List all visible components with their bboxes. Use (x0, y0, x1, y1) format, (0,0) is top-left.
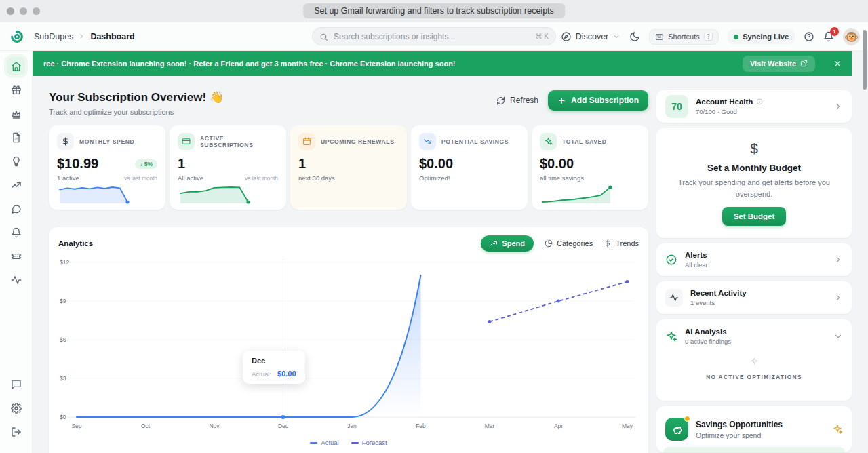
nav-settings[interactable] (7, 399, 25, 417)
sync-status-dot (734, 35, 738, 39)
message-square-icon (11, 379, 22, 390)
promo-marquee-text: ree · Chrome Extension launching soon! ·… (43, 60, 743, 68)
promo-close-button[interactable] (833, 59, 842, 68)
pie-chart-icon (545, 239, 553, 248)
discover-button[interactable]: Discover (561, 31, 621, 42)
notifications-button[interactable]: 1 (823, 31, 834, 42)
trending-up-icon (11, 180, 22, 191)
trend-badge: ↓ 5% (135, 159, 157, 169)
chevron-down-icon (833, 332, 843, 341)
window-titlebar: Set up Gmail forwarding and filters to t… (0, 0, 868, 22)
global-search[interactable]: ⌘ K (312, 27, 556, 45)
alerts-card[interactable]: Alerts All clear (656, 243, 852, 276)
savings-preview-strip (663, 447, 845, 452)
ai-analysis-header[interactable]: AI Analysis 0 active findings (665, 328, 843, 345)
sync-status: Syncing Live (728, 29, 795, 44)
nav-messages[interactable] (7, 199, 25, 218)
window-dot[interactable] (7, 7, 14, 15)
chevron-right-icon (833, 293, 843, 302)
window-controls[interactable] (7, 7, 40, 15)
window-dot[interactable] (20, 7, 27, 15)
set-budget-button[interactable]: Set Budget (722, 207, 787, 226)
svg-text:May: May (622, 422, 633, 429)
notification-badge: 1 (830, 27, 839, 36)
window-dot[interactable] (33, 7, 40, 15)
svg-text:$6: $6 (60, 336, 66, 343)
add-subscription-button[interactable]: Add Subscription (548, 90, 648, 111)
search-input[interactable] (334, 32, 530, 41)
gift-icon (11, 85, 22, 96)
svg-text:$0: $0 (60, 414, 66, 420)
stat-card-total-saved[interactable]: TOTAL SAVED $0.00 all time savings (532, 125, 648, 210)
crown-icon (11, 109, 22, 119)
account-health-card[interactable]: 70 Account Health 70/100 · Good (656, 90, 852, 123)
nav-documents[interactable] (7, 128, 25, 146)
savings-badge-dot (684, 416, 690, 422)
recent-activity-card[interactable]: Recent Activity 1 events (656, 281, 852, 314)
help-icon (804, 31, 814, 42)
refresh-button[interactable]: Refresh (496, 96, 538, 105)
nav-trends[interactable] (7, 176, 25, 194)
svg-text:Mar: Mar (485, 422, 495, 429)
ai-analysis-card: AI Analysis 0 active findings NO ACTIVE … (656, 319, 852, 401)
chart-legend: Actual Forecast (58, 439, 639, 446)
chevron-down-icon (612, 33, 620, 41)
sparkline-chart (540, 183, 614, 205)
search-icon (319, 32, 328, 41)
nav-coupons[interactable] (7, 247, 25, 265)
tab-categories[interactable]: Categories (545, 239, 593, 248)
nav-rewards[interactable] (7, 81, 25, 99)
svg-text:Nov: Nov (209, 422, 220, 429)
spend-chart[interactable]: $0$3$6$9$12SepOctNovDecJanFebMarAprMay D… (58, 256, 639, 446)
chat-bubble-icon (11, 203, 22, 214)
stats-row: MONTHLY SPEND $10.99↓ 5% 1 activevs last… (49, 125, 648, 210)
nav-home[interactable] (7, 57, 25, 75)
shortcuts-button[interactable]: Shortcuts ? (649, 29, 719, 45)
stat-card-potential-savings[interactable]: POTENTIAL SAVINGS $0.00 Optimized! (411, 125, 528, 210)
sparkles-icon (540, 133, 557, 150)
logout-icon (11, 427, 22, 437)
gmail-setup-banner[interactable]: Set up Gmail forwarding and filters to t… (303, 3, 565, 18)
external-link-icon (800, 60, 808, 67)
dollar-icon: $ (750, 140, 758, 157)
logo-icon[interactable] (9, 29, 24, 44)
stat-card-upcoming-renewals[interactable]: UPCOMING RENEWALS 1 next 30 days (290, 125, 407, 210)
page-subtitle: Track and optimize your subscriptions (49, 108, 224, 116)
nav-premium[interactable] (7, 104, 25, 123)
lightbulb-icon (11, 156, 22, 167)
dollar-icon (57, 133, 74, 150)
nav-feedback[interactable] (7, 375, 25, 393)
promo-banner: ree · Chrome Extension launching soon! ·… (33, 51, 852, 76)
piggy-bank-icon (665, 418, 688, 441)
visit-website-button[interactable]: Visit Website (743, 56, 815, 72)
user-avatar[interactable]: 🐵 (843, 28, 860, 45)
compass-icon (561, 31, 572, 42)
nav-insights[interactable] (7, 152, 25, 170)
tab-spend[interactable]: Spend (481, 235, 534, 252)
svg-text:Feb: Feb (416, 422, 426, 429)
stat-value: 1 (298, 156, 306, 172)
chart-tooltip: Dec Actual:$0.00 (243, 351, 305, 384)
nav-alerts[interactable] (7, 223, 25, 241)
svg-text:Dec: Dec (278, 422, 289, 429)
help-button[interactable] (804, 31, 814, 42)
savings-opportunities-card[interactable]: Savings Opportunities Optimize your spen… (656, 406, 852, 452)
svg-text:Sep: Sep (71, 422, 81, 429)
nav-activity[interactable] (7, 271, 25, 289)
breadcrumb-root[interactable]: SubDupes (34, 32, 73, 41)
stat-card-monthly-spend[interactable]: MONTHLY SPEND $10.99↓ 5% 1 activevs last… (49, 125, 165, 210)
svg-text:Oct: Oct (141, 422, 151, 429)
trending-up-icon (490, 239, 498, 248)
dark-mode-toggle[interactable] (629, 31, 640, 42)
shortcuts-key: ? (704, 33, 713, 41)
bell-icon (11, 227, 22, 238)
stat-card-active-subscriptions[interactable]: ACTIVE SUBSCRIPTIONS 1 All activevs last… (170, 125, 286, 210)
sparkles-icon (665, 330, 677, 342)
analytics-card: Analytics Spend Categories Trends $0$3$6… (49, 227, 648, 453)
svg-text:$3: $3 (60, 375, 66, 382)
analytics-title: Analytics (58, 239, 93, 248)
tab-trends[interactable]: Trends (604, 239, 639, 248)
chevron-right-icon (833, 102, 843, 111)
nav-logout[interactable] (7, 422, 25, 441)
chevron-right-icon (78, 33, 85, 40)
